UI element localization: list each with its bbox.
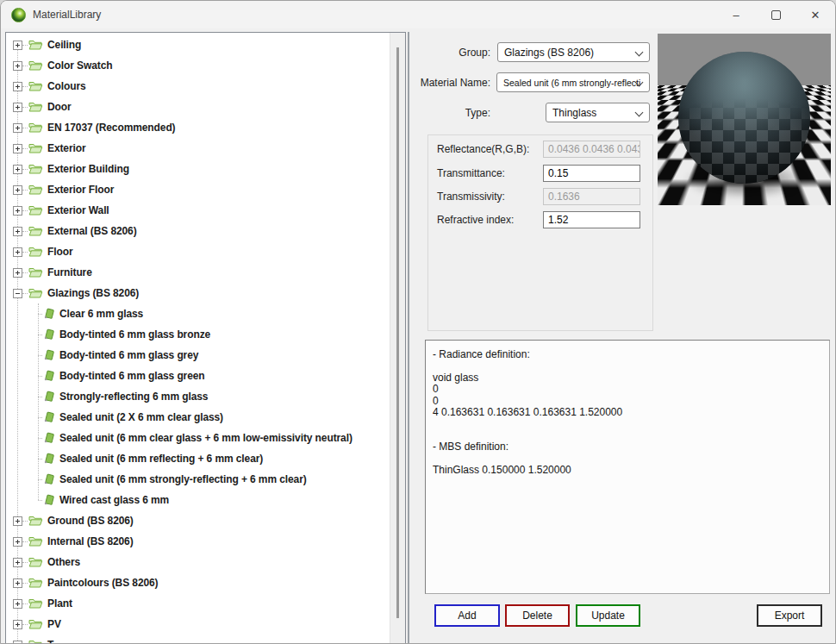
tree-group-row[interactable]: Plant [6, 593, 390, 614]
tree-material-row[interactable]: Clear 6 mm glass [6, 303, 390, 324]
tree-group-label: Ceiling [47, 39, 81, 51]
tree-material-row[interactable]: Strongly-reflecting 6 mm glass [6, 386, 390, 407]
tree-connector [22, 231, 28, 232]
expand-toggle[interactable] [13, 620, 22, 629]
property-label: Transmissivity: [437, 191, 540, 203]
tree-group-label: Others [47, 556, 80, 568]
tree-group-label: T [47, 639, 53, 644]
tree-connector [22, 45, 28, 46]
update-button[interactable]: Update [576, 604, 640, 627]
property-input[interactable]: 0.15 [543, 165, 640, 182]
title-bar: MaterialLibrary – ✕ [1, 1, 835, 28]
expand-toggle[interactable] [13, 537, 22, 547]
tree-material-row[interactable]: Wired cast glass 6 mm [6, 490, 390, 510]
property-input[interactable]: 1.52 [543, 211, 640, 228]
tree-group-row[interactable]: Exterior Floor [6, 179, 390, 200]
tree-scrollbar-thumb[interactable] [396, 47, 399, 618]
window-title: MaterialLibrary [33, 9, 101, 21]
tree-group-label: Paintcolours (BS 8206) [47, 577, 159, 589]
folder-icon [28, 59, 43, 72]
expand-toggle[interactable] [13, 247, 22, 257]
expand-toggle[interactable] [13, 599, 22, 609]
tree-group-row[interactable]: External (BS 8206) [6, 221, 390, 241]
collapse-toggle[interactable] [13, 289, 22, 298]
tree-group-row[interactable]: EN 17037 (Recommended) [6, 117, 390, 138]
expand-toggle[interactable] [13, 41, 22, 50]
chevron-down-icon [635, 48, 644, 57]
tree-group-row[interactable]: Exterior Building [6, 159, 390, 179]
folder-icon [28, 142, 43, 154]
expand-toggle[interactable] [13, 227, 22, 236]
tree-group-row[interactable]: Ceiling [6, 34, 390, 55]
tree-group-row[interactable]: Internal (BS 8206) [6, 531, 390, 552]
expand-toggle[interactable] [13, 165, 22, 174]
tree-group-row[interactable]: Furniture [6, 262, 390, 283]
close-button[interactable]: ✕ [795, 1, 835, 28]
tree-group-label: PV [47, 618, 61, 630]
minimize-button[interactable]: – [716, 1, 756, 28]
type-select[interactable]: Thinglass [546, 103, 650, 122]
tree-connector [22, 583, 28, 584]
expand-toggle[interactable] [13, 123, 22, 133]
expand-toggle[interactable] [13, 185, 22, 195]
tree-group-row[interactable]: Color Swatch [6, 55, 390, 76]
tree-group-row[interactable]: PV [6, 614, 390, 635]
tree-material-label: Body-tinted 6 mm glass bronze [59, 328, 210, 341]
tree-group-label: External (BS 8206) [47, 225, 137, 237]
tree-group-label: Color Swatch [47, 59, 112, 72]
add-button[interactable]: Add [434, 604, 500, 627]
tree-connector [22, 107, 28, 108]
property-input: 0.0436 0.0436 0.0436 [543, 141, 640, 158]
tree-group-row[interactable]: Ground (BS 8206) [6, 510, 390, 531]
tree-group-row[interactable]: Colours [6, 76, 390, 97]
material-swatch-icon [43, 494, 55, 506]
tree-group-row[interactable]: Paintcolours (BS 8206) [6, 572, 390, 593]
tree-material-row[interactable]: Sealed unit (2 X 6 mm clear glass) [6, 407, 390, 428]
tree-group-row[interactable]: T [6, 635, 390, 644]
tree-material-row[interactable]: Body-tinted 6 mm glass green [6, 366, 390, 386]
tree-group-row[interactable]: Floor [6, 241, 390, 262]
tree-group-row[interactable]: Exterior Wall [6, 200, 390, 221]
tree-material-row[interactable]: Sealed unit (6 mm strongly-reflecting + … [6, 469, 390, 490]
tree-group-row[interactable]: Others [6, 552, 390, 572]
tree-material-row[interactable]: Body-tinted 6 mm glass bronze [6, 324, 390, 345]
tree-group-row[interactable]: Glazings (BS 8206) [6, 283, 390, 303]
expand-toggle[interactable] [13, 268, 22, 278]
folder-icon [28, 556, 43, 568]
folder-icon [28, 80, 43, 92]
folder-icon [28, 101, 43, 113]
expand-toggle[interactable] [13, 558, 22, 567]
tree-group-label: Floor [47, 246, 73, 258]
expand-toggle[interactable] [13, 82, 22, 91]
material-name-value: Sealed unit (6 mm strongly-reflecting + … [503, 78, 640, 88]
folder-icon [28, 535, 43, 547]
tree-material-row[interactable]: Sealed unit (6 mm reflecting + 6 mm clea… [6, 448, 390, 469]
tree-group-label: Furniture [47, 266, 92, 278]
expand-toggle[interactable] [13, 206, 22, 216]
tree-connector [22, 603, 28, 604]
group-select[interactable]: Glazings (BS 8206) [497, 42, 650, 62]
folder-icon [28, 597, 43, 610]
material-swatch-icon [43, 432, 55, 444]
tree-group-label: Exterior Floor [47, 184, 114, 196]
tree-connector [22, 272, 28, 273]
expand-toggle[interactable] [13, 144, 22, 153]
delete-button[interactable]: Delete [505, 604, 570, 627]
tree-group-row[interactable]: Door [6, 97, 390, 117]
export-button[interactable]: Export [757, 604, 822, 627]
tree-connector [38, 335, 42, 335]
tree-material-row[interactable]: Body-tinted 6 mm glass grey [6, 345, 390, 366]
expand-toggle[interactable] [13, 641, 22, 644]
expand-toggle[interactable] [13, 103, 22, 112]
expand-toggle[interactable] [13, 61, 22, 71]
tree-connector [38, 417, 42, 418]
tree-connector [22, 562, 28, 563]
tree-material-label: Strongly-reflecting 6 mm glass [59, 391, 208, 403]
tree-material-row[interactable]: Sealed unit (6 mm clear glass + 6 mm low… [6, 428, 390, 448]
tree-scrollbar[interactable] [390, 33, 405, 644]
expand-toggle[interactable] [13, 516, 22, 526]
material-name-select[interactable]: Sealed unit (6 mm strongly-reflecting + … [496, 72, 650, 92]
maximize-button[interactable] [756, 1, 795, 28]
expand-toggle[interactable] [13, 578, 22, 588]
tree-group-row[interactable]: Exterior [6, 138, 390, 159]
